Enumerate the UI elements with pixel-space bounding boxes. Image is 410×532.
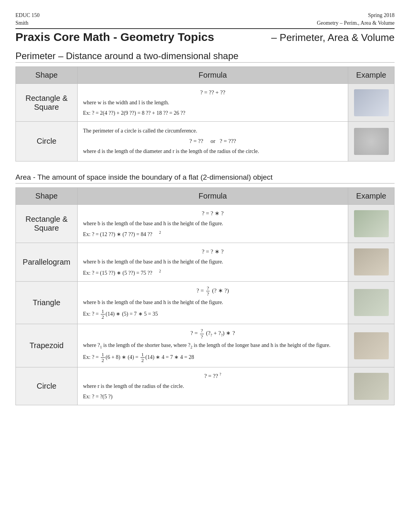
course-code: EDUC 150: [15, 12, 40, 19]
area-col-shape: Shape: [16, 187, 78, 204]
formula-circle-area: ? = ?? ? where r is the length of the ra…: [78, 367, 348, 405]
frac-ex-trap2-den: 2: [141, 358, 145, 363]
formula-ex-triangle: Ex: ? = 1 2 (14) ∗ (5) = 7 ∗ 5 = 35: [83, 309, 342, 320]
formula-main-rect-perim: ? = ?? + ??: [83, 88, 342, 97]
shape-circle-area: Circle: [16, 367, 78, 405]
formula-ex-parallelogram: Ex: ? = (15 ??) ∗ (5 ??) = 75 ?? 2: [83, 268, 342, 277]
example-image-rect-perim: [354, 89, 389, 116]
header-area: EDUC 150 Smith Spring 2018 Geometry – Pe…: [15, 12, 395, 27]
area-table: Shape Formula Example Rectangle &Square …: [15, 187, 395, 405]
table-row: Rectangle &Square ? = ? ∗ ? where b is t…: [16, 204, 395, 243]
formula-rect-square-area: ? = ? ∗ ? where b is the length of the b…: [78, 204, 348, 243]
fraction-ex-den: 2: [101, 314, 105, 320]
table-row: Triangle ? = ? ? (? ∗ ?) where b is the …: [16, 281, 395, 324]
example-image-rect-area: [354, 210, 389, 237]
perim-col-shape: Shape: [16, 67, 78, 84]
formula-triangle-area: ? = ? ? (? ∗ ?) where b is the length of…: [78, 281, 348, 324]
formula-circle-perim: The perimeter of a circle is called the …: [78, 121, 348, 161]
fraction-ex-num: 1: [101, 309, 105, 314]
example-circle-perim: [348, 121, 395, 161]
header-right: Spring 2018 Geometry – Perim., Area & Vo…: [317, 12, 395, 27]
main-title-left: Praxis Core Math - Geometry Topics: [15, 31, 214, 44]
perim-col-example: Example: [348, 67, 395, 84]
fraction-denominator: ?: [206, 291, 210, 297]
fraction-trap-den: ?: [200, 334, 204, 340]
formula-desc-triangle: where b is the length of the base and h …: [83, 298, 342, 307]
fraction-ex-trap2: 1 2: [141, 352, 145, 364]
formula-ex-trapezoid: Ex: ? = 1 2 (6 + 8) ∗ (4) = 1 2 (14) ∗ 4…: [83, 352, 342, 364]
formula-trapezoid-area: ? = ? ? (?? + ??) ∗ ? where ?1 is the le…: [78, 324, 348, 367]
formula-desc-trapezoid: where ?1 is the length of the shorter ba…: [83, 341, 342, 350]
formula-parallelogram-area: ? = ? ∗ ? where b is the length of the b…: [78, 243, 348, 281]
example-image-parallelogram: [354, 248, 389, 275]
main-title-right: – Perimeter, Area & Volume: [271, 32, 395, 44]
header-left: EDUC 150 Smith: [15, 12, 40, 27]
table-row: Parallelogram ? = ? ∗ ? where b is the l…: [16, 243, 395, 281]
example-rect-area: [348, 204, 395, 243]
example-image-circle-area: [354, 373, 389, 400]
table-row: Circle The perimeter of a circle is call…: [16, 121, 395, 161]
example-image-triangle: [354, 289, 389, 316]
semester: Spring 2018: [317, 12, 395, 19]
area-col-formula: Formula: [78, 187, 348, 204]
example-triangle: [348, 281, 395, 324]
subject: Geometry – Perim., Area & Volume: [317, 19, 395, 27]
formula-desc-circle-area: where r is the length of the radius of t…: [83, 382, 342, 391]
formula-main-rect-area: ? = ? ∗ ?: [83, 209, 342, 218]
table-row: Rectangle &Square ? = ?? + ?? where w is…: [16, 84, 395, 122]
formula-ex-rect-area: Ex: ? = (12 ??) ∗ (7 ??) = 84 ?? 2: [83, 229, 342, 239]
table-row: Circle ? = ?? ? where r is the length of…: [16, 367, 395, 405]
formula-desc-circle-perim: where d is the length of the diameter an…: [83, 147, 342, 156]
fraction-ex-triangle: 1 2: [101, 309, 105, 320]
formula-intro-circle-perim: The perimeter of a circle is called the …: [83, 127, 342, 135]
example-rect-perim: [348, 84, 395, 122]
formula-ex-rect-perim: Ex: ? = 2(4 ??) + 2(9 ??) = 8 ?? + 18 ??…: [83, 109, 342, 117]
instructor-name: Smith: [15, 19, 40, 27]
example-image-trapezoid: [354, 332, 389, 359]
shape-triangle-area: Triangle: [16, 281, 78, 324]
shape-parallelogram-area: Parallelogram: [16, 243, 78, 281]
formula-desc-rect-perim: where w is the width and l is the length…: [83, 99, 342, 107]
example-image-circle-perim: [354, 128, 389, 155]
area-heading: Area - The amount of space inside the bo…: [15, 173, 395, 184]
fraction-trap-num: ?: [200, 328, 204, 334]
shape-rect-square-area: Rectangle &Square: [16, 204, 78, 243]
shape-trapezoid-area: Trapezoid: [16, 324, 78, 367]
perimeter-table: Shape Formula Example Rectangle &Square …: [15, 66, 395, 161]
perimeter-heading: Perimeter – Distance around a two-dimens…: [15, 51, 395, 63]
shape-circle-perim: Circle: [16, 121, 78, 161]
frac-ex-trap2-num: 1: [141, 352, 145, 358]
formula-main-circle-perim: ? = ?? or ? = ???: [83, 136, 342, 146]
formula-main-circle-area: ? = ?? ?: [83, 371, 342, 381]
fraction-ex-trap: 1 2: [101, 352, 105, 364]
shape-rect-square-perim: Rectangle &Square: [16, 84, 78, 122]
formula-rect-square-perim: ? = ?? + ?? where w is the width and l i…: [78, 84, 348, 122]
fraction-triangle: ? ?: [206, 286, 210, 297]
formula-desc-rect-area: where b is the length of the base and h …: [83, 219, 342, 228]
example-circle-area: [348, 367, 395, 405]
perim-col-formula: Formula: [78, 67, 348, 84]
example-parallelogram: [348, 243, 395, 281]
frac-ex-trap-den: 2: [101, 358, 105, 363]
formula-main-triangle: ? = ? ? (? ∗ ?): [83, 286, 342, 297]
formula-ex-circle-area: Ex: ? = ?(5 ?): [83, 393, 342, 401]
main-title: Praxis Core Math - Geometry Topics – Per…: [15, 28, 395, 44]
formula-main-parallelogram: ? = ? ∗ ?: [83, 247, 342, 256]
table-row: Trapezoid ? = ? ? (?? + ??) ∗ ? where ?1…: [16, 324, 395, 367]
area-col-example: Example: [348, 187, 395, 204]
example-trapezoid: [348, 324, 395, 367]
frac-ex-trap-num: 1: [101, 352, 105, 358]
fraction-numerator: ?: [206, 286, 210, 291]
fraction-trapezoid: ? ?: [200, 328, 204, 340]
formula-main-trapezoid: ? = ? ? (?? + ??) ∗ ?: [83, 328, 342, 340]
formula-desc-parallelogram: where b is the length of the base and h …: [83, 258, 342, 266]
